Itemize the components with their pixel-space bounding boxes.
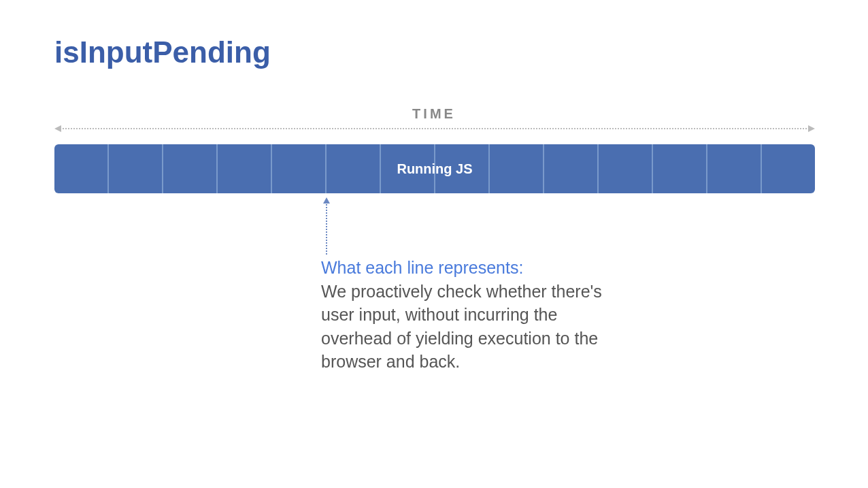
- bar-tick: [272, 144, 327, 193]
- slide-title: isInputPending: [54, 35, 271, 69]
- bar-tick: [544, 144, 599, 193]
- bar-label: Running JS: [397, 161, 472, 177]
- bar-tick: [490, 144, 544, 193]
- annotation-lead: What each line represents:: [321, 258, 523, 277]
- bar-tick: [54, 144, 109, 193]
- arrow-right-icon: [808, 125, 815, 132]
- time-axis-label: TIME: [0, 106, 868, 122]
- bar-tick: [653, 144, 707, 193]
- bar-tick: [707, 144, 762, 193]
- callout-line: [326, 201, 327, 255]
- running-js-bar: Running JS: [54, 144, 815, 193]
- annotation-text: What each line represents: We proactivel…: [321, 256, 607, 374]
- annotation-body: We proactively check whether there's use…: [321, 282, 602, 372]
- axis-line: [60, 128, 809, 129]
- bar-tick: [163, 144, 218, 193]
- bar-tick: [599, 144, 653, 193]
- bar-tick: [109, 144, 163, 193]
- bar-tick: [218, 144, 272, 193]
- bar-tick: [327, 144, 381, 193]
- time-axis: [54, 128, 815, 129]
- slide: isInputPending TIME Running JS What each…: [0, 0, 868, 488]
- bar-tick: [762, 144, 815, 193]
